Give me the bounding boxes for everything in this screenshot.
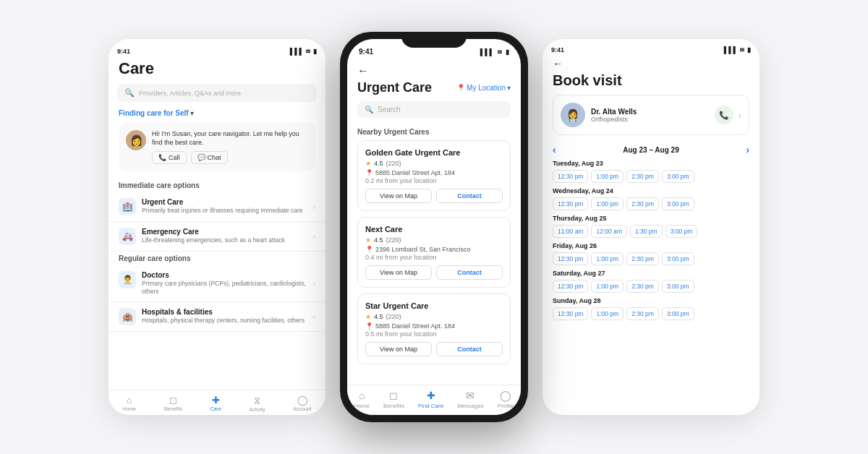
time-slot[interactable]: 12:30 pm bbox=[553, 170, 588, 183]
care-address-0: 📍5885 Daniel Street Apt. 184 bbox=[365, 169, 503, 176]
urgent-care-search[interactable]: 🔍 Search bbox=[357, 101, 511, 118]
time-slot[interactable]: 1:30 pm bbox=[630, 225, 663, 238]
left-title: Care bbox=[109, 59, 326, 84]
nav-home[interactable]: ⌂Home bbox=[122, 395, 136, 412]
care-card-2: Star Urgent Care ★ 4.5(220) 📍5885 Daniel… bbox=[357, 294, 511, 364]
schedule-day-0: Tuesday, Aug 23 12:30 pm 1:00 pm 2:30 pm… bbox=[553, 160, 749, 183]
center-nav-profile[interactable]: ◯Profile bbox=[498, 390, 514, 409]
doctor-specialty: Orthopedists bbox=[591, 116, 709, 123]
calendar-nav: ‹ Aug 23 – Aug 29 › bbox=[542, 141, 760, 160]
time-slot[interactable]: 1:00 pm bbox=[591, 197, 624, 210]
center-signal: ▌▌▌≋▮ bbox=[480, 48, 509, 56]
time-slot[interactable]: 2:30 pm bbox=[626, 170, 659, 183]
center-nav-home[interactable]: ⌂Home bbox=[354, 390, 370, 409]
time-slot[interactable]: 12:30 pm bbox=[553, 280, 588, 293]
right-time: 9:41 bbox=[551, 46, 564, 53]
time-slot[interactable]: 12:00 am bbox=[591, 225, 626, 238]
emergency-care-icon: 🚑 bbox=[119, 228, 136, 245]
contact-button-0[interactable]: Contact bbox=[436, 189, 503, 203]
location-selector[interactable]: 📍 My Location ▾ bbox=[456, 84, 511, 92]
hospitals-desc: Hospitals, physical therapy centers, nur… bbox=[142, 317, 307, 325]
view-on-map-button-0[interactable]: View on Map bbox=[365, 189, 432, 203]
schedule-day-1: Wednesday, Aug 24 12:30 pm 1:00 pm 2:30 … bbox=[553, 187, 749, 210]
left-signal: ▌▌▌ ≋ ▮ bbox=[290, 48, 317, 55]
left-status-bar: 9:41 ▌▌▌ ≋ ▮ bbox=[109, 46, 326, 59]
left-search[interactable]: 🔍 Providers, Articles, Q&As and more bbox=[117, 84, 317, 102]
call-button[interactable]: 📞 Call bbox=[152, 151, 187, 164]
doctors-name: Doctors bbox=[142, 271, 307, 279]
search-placeholder-center: Search bbox=[378, 106, 401, 113]
next-week-button[interactable]: › bbox=[746, 144, 749, 155]
nav-benefits[interactable]: ◻Benefits bbox=[164, 395, 182, 412]
time-slot[interactable]: 3:00 pm bbox=[662, 280, 694, 293]
doctors-option[interactable]: 👨‍⚕️ Doctors Primary care physicians (PC… bbox=[109, 265, 326, 302]
time-slot[interactable]: 1:00 pm bbox=[591, 252, 624, 265]
urgent-care-desc: Primarily treat injuries or illnesses re… bbox=[142, 207, 307, 215]
chevron-right-icon: › bbox=[313, 203, 315, 211]
care-address-2: 📍5885 Daniel Street Apt. 184 bbox=[365, 322, 503, 330]
prev-week-button[interactable]: ‹ bbox=[553, 144, 556, 155]
search-icon-center: 🔍 bbox=[365, 106, 373, 113]
date-range: Aug 23 – Aug 29 bbox=[623, 146, 678, 154]
time-slot[interactable]: 12:30 pm bbox=[553, 307, 588, 320]
doctors-icon: 👨‍⚕️ bbox=[119, 271, 136, 288]
time-slot[interactable]: 2:30 pm bbox=[626, 197, 659, 210]
center-nav-findcare[interactable]: ✚Find Care bbox=[418, 390, 443, 409]
susan-message: Hi! I'm Susan, your care navigator. Let … bbox=[152, 130, 308, 147]
contact-button-1[interactable]: Contact bbox=[436, 265, 503, 280]
time-slot[interactable]: 2:30 pm bbox=[626, 252, 659, 265]
call-doctor-button[interactable]: 📞 bbox=[715, 106, 733, 124]
left-search-placeholder: Providers, Articles, Q&As and more bbox=[139, 90, 241, 97]
time-slot[interactable]: 3:00 pm bbox=[665, 225, 698, 238]
time-slot[interactable]: 3:00 pm bbox=[662, 197, 694, 210]
day-label-0: Tuesday, Aug 23 bbox=[553, 160, 749, 167]
time-slot[interactable]: 3:00 pm bbox=[662, 307, 694, 320]
time-slot[interactable]: 2:30 pm bbox=[626, 307, 659, 320]
schedule-list: Tuesday, Aug 23 12:30 pm 1:00 pm 2:30 pm… bbox=[542, 160, 760, 415]
center-nav-benefits[interactable]: ◻Benefits bbox=[383, 390, 404, 409]
time-slot[interactable]: 3:00 pm bbox=[662, 170, 694, 183]
susan-card: 👩 Hi! I'm Susan, your care navigator. Le… bbox=[119, 123, 315, 171]
care-name-2: Star Urgent Care bbox=[365, 301, 503, 310]
chat-button[interactable]: 💬 Chat bbox=[191, 151, 228, 164]
day-label-2: Thursday, Aug 25 bbox=[553, 215, 749, 222]
right-back-button[interactable]: ← bbox=[542, 58, 760, 72]
center-nav-messages[interactable]: ✉Messages bbox=[457, 390, 483, 409]
urgent-care-option[interactable]: 🏥 Urgent Care Primarily treat injuries o… bbox=[109, 192, 326, 222]
schedule-day-5: Sunday, Aug 28 12:30 pm 1:00 pm 2:30 pm … bbox=[553, 297, 749, 320]
nav-activity[interactable]: ⧖Activity bbox=[250, 395, 265, 412]
time-slot[interactable]: 1:00 pm bbox=[591, 170, 624, 183]
nav-care[interactable]: ✚Care bbox=[210, 395, 221, 412]
emergency-care-option[interactable]: 🚑 Emergency Care Life-threatening emerge… bbox=[109, 222, 326, 252]
time-slot[interactable]: 1:00 pm bbox=[591, 307, 624, 320]
right-phone: 9:41 ▌▌▌ ≋ ▮ ← Book visit 👩‍⚕️ Dr. Alta … bbox=[542, 39, 760, 415]
view-on-map-button-2[interactable]: View on Map bbox=[365, 342, 432, 356]
schedule-day-3: Friday, Aug 26 12:30 pm 1:00 pm 2:30 pm … bbox=[553, 242, 749, 265]
left-phone: 9:41 ▌▌▌ ≋ ▮ Care 🔍 Providers, Articles,… bbox=[109, 39, 326, 415]
hospitals-name: Hospitals & facilities bbox=[142, 308, 307, 316]
time-slot[interactable]: 1:00 pm bbox=[591, 280, 624, 293]
time-slot[interactable]: 12:30 pm bbox=[553, 252, 588, 265]
immediate-section-label: Immediate care options bbox=[109, 179, 326, 192]
view-on-map-button-1[interactable]: View on Map bbox=[365, 265, 432, 280]
emergency-care-name: Emergency Care bbox=[142, 228, 307, 236]
back-button[interactable]: ← bbox=[357, 64, 511, 77]
care-card-0: Golden Gate Urgent Care ★ 4.5(220) 📍5885… bbox=[357, 140, 511, 211]
phone-notch bbox=[401, 32, 467, 48]
time-slot[interactable]: 2:30 pm bbox=[626, 280, 659, 293]
day-label-4: Saturday, Aug 27 bbox=[553, 270, 749, 277]
day-label-3: Friday, Aug 26 bbox=[553, 242, 749, 249]
time-slot[interactable]: 11:00 am bbox=[553, 225, 588, 238]
urgent-care-title: Urgent Care bbox=[357, 80, 432, 95]
contact-button-2[interactable]: Contact bbox=[436, 342, 503, 356]
hospitals-option[interactable]: 🏨 Hospitals & facilities Hospitals, phys… bbox=[109, 302, 326, 332]
left-bottom-nav: ⌂Home ◻Benefits ✚Care ⧖Activity ◯Account bbox=[109, 390, 326, 415]
center-bottom-nav: ⌂Home ◻Benefits ✚Find Care ✉Messages ◯Pr… bbox=[347, 385, 521, 415]
time-slot[interactable]: 12:30 pm bbox=[553, 197, 588, 210]
time-slot[interactable]: 3:00 pm bbox=[662, 252, 694, 265]
center-time: 9:41 bbox=[359, 48, 373, 56]
care-name-1: Next Care bbox=[365, 225, 503, 234]
nav-account[interactable]: ◯Account bbox=[293, 395, 311, 412]
doctor-card: 👩‍⚕️ Dr. Alta Wells Orthopedists 📞 › bbox=[553, 95, 749, 135]
nearby-section-label: Nearby Urgent Cares bbox=[347, 128, 521, 140]
